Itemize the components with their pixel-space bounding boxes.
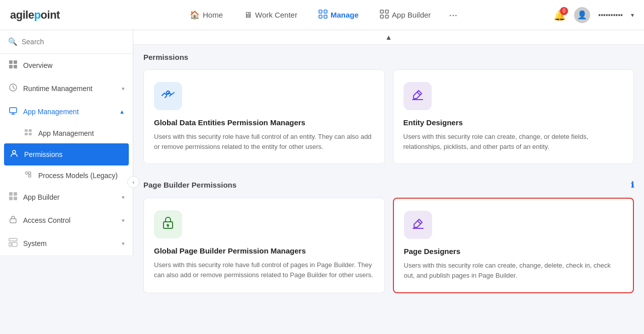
- card-global-page-desc: Users with this security role have full …: [154, 260, 374, 280]
- svg-rect-0: [319, 10, 322, 13]
- sidebar-search: 🔍: [0, 30, 133, 54]
- appmanagement-chevron-icon: ▲: [119, 109, 125, 115]
- nav-workcenter-label: Work Center: [255, 11, 297, 19]
- nav-links: 🏠 Home 🖥 Work Center Manage: [187, 8, 457, 23]
- nav-appbuilder[interactable]: App Builder: [377, 8, 434, 23]
- permissions-icon: [9, 149, 19, 159]
- page-builder-section-title: Page Builder Permissions ℹ: [143, 180, 634, 190]
- svg-point-20: [29, 175, 31, 178]
- sidebar-item-appbuilder[interactable]: App Builder ▾: [0, 186, 133, 209]
- svg-rect-15: [29, 129, 32, 132]
- svg-text:0: 0: [167, 223, 169, 227]
- card-entity-designers-icon-wrap: [404, 82, 432, 110]
- permissions-section-title: Permissions: [143, 53, 634, 61]
- system-icon: [8, 238, 18, 249]
- collapse-arrow-bar: ▲: [133, 30, 644, 45]
- handshake-icon: [160, 87, 176, 106]
- sidebar-item-appmanagement-parent[interactable]: App Management ▲: [0, 100, 133, 123]
- card-global-page-icon-wrap: 0: [154, 210, 182, 238]
- card-page-designers-desc: Users with this security role can create…: [404, 261, 623, 280]
- appmanagement-icon: [8, 106, 18, 117]
- card-global-page-builder[interactable]: 0 Global Page Builder Permission Manager…: [143, 198, 385, 293]
- svg-rect-16: [25, 133, 28, 135]
- appbuilder-icon: [380, 10, 389, 21]
- nav-home[interactable]: 🏠 Home: [187, 8, 226, 22]
- nav-home-label: Home: [203, 11, 223, 19]
- permissions-title-text: Permissions: [143, 53, 188, 61]
- sidebar-item-accesscontrol[interactable]: Access Control ▾: [0, 209, 133, 232]
- info-icon[interactable]: ℹ: [631, 180, 634, 190]
- svg-point-19: [26, 172, 28, 175]
- card-global-data-title: Global Data Entities Permission Managers: [154, 118, 374, 127]
- user-name: ••••••••••: [598, 11, 623, 19]
- sidebar-item-appbuilder-label: App Builder: [23, 193, 117, 201]
- page-builder-section: Page Builder Permissions ℹ 0: [133, 172, 644, 297]
- svg-rect-17: [29, 133, 32, 135]
- permissions-section: Permissions Global Data Entit: [133, 45, 644, 168]
- card-global-page-title: Global Page Builder Permission Managers: [154, 246, 374, 255]
- svg-rect-3: [324, 15, 327, 18]
- main-content: ▲ Permissions: [133, 30, 644, 334]
- nav-appbuilder-label: App Builder: [392, 11, 431, 19]
- sidebar-item-runtime[interactable]: Runtime Management ▾: [0, 77, 133, 100]
- sidebar-subitem-appmanagement[interactable]: App Management: [0, 123, 133, 143]
- collapse-arrow-button[interactable]: ▲: [385, 33, 392, 41]
- svg-rect-11: [14, 65, 17, 68]
- nav-more[interactable]: ···: [449, 9, 457, 21]
- svg-point-21: [29, 172, 31, 175]
- accesscontrol-chevron-icon: ▾: [122, 217, 125, 224]
- sidebar-item-system[interactable]: System ▾: [0, 232, 133, 255]
- permissions-cards-grid: Global Data Entities Permission Managers…: [143, 69, 634, 164]
- pencil-shield-icon: [410, 87, 426, 106]
- card-page-designers[interactable]: Page Designers Users with this security …: [393, 198, 634, 293]
- logo-text: agilepoint: [10, 9, 60, 22]
- card-entity-designers-desc: Users with this security role can create…: [404, 132, 624, 151]
- sidebar-item-overview[interactable]: Overview: [0, 54, 133, 77]
- svg-rect-22: [9, 192, 13, 196]
- card-global-data-entities[interactable]: Global Data Entities Permission Managers…: [143, 69, 385, 164]
- user-avatar[interactable]: 👤: [574, 7, 590, 23]
- svg-rect-23: [14, 192, 17, 196]
- page-builder-title-text: Page Builder Permissions: [143, 181, 236, 189]
- appbuilder-sidebar-icon: [8, 192, 18, 203]
- svg-rect-25: [14, 197, 17, 200]
- card-page-designers-title: Page Designers: [404, 247, 623, 256]
- svg-rect-9: [14, 60, 17, 64]
- top-nav: agilepoint 🏠 Home 🖥 Work Center Manage: [0, 0, 644, 30]
- card-entity-designers[interactable]: Entity Designers Users with this securit…: [393, 69, 634, 164]
- svg-point-18: [13, 150, 16, 153]
- sidebar-item-runtime-label: Runtime Management: [23, 85, 117, 93]
- layout: 🔍 Overview: [0, 30, 644, 334]
- nav-workcenter[interactable]: 🖥 Work Center: [241, 9, 300, 22]
- nav-manage[interactable]: Manage: [315, 8, 362, 23]
- user-chevron-icon[interactable]: ▾: [631, 12, 634, 19]
- svg-rect-24: [9, 197, 13, 200]
- logo: agilepoint: [10, 9, 60, 22]
- svg-rect-13: [10, 108, 17, 113]
- svg-rect-28: [9, 242, 11, 246]
- search-input[interactable]: [22, 38, 125, 46]
- search-icon: 🔍: [8, 37, 18, 46]
- logo-text-oint: oint: [41, 9, 60, 21]
- runtime-chevron-icon: ▾: [122, 86, 125, 92]
- collapse-left-icon: ‹: [132, 179, 134, 185]
- card-entity-designers-title: Entity Designers: [404, 118, 624, 127]
- avatar-icon: 👤: [577, 10, 587, 20]
- logo-text-agile: agile: [10, 9, 34, 21]
- sidebar-item-accesscontrol-label: Access Control: [23, 216, 117, 224]
- runtime-icon: [8, 83, 18, 94]
- svg-rect-8: [9, 60, 13, 64]
- svg-rect-7: [385, 15, 388, 18]
- svg-rect-29: [12, 242, 17, 246]
- page-builder-cards-grid: 0 Global Page Builder Permission Manager…: [143, 198, 634, 293]
- sidebar-subitem-process[interactable]: Process Models (Legacy): [0, 165, 133, 186]
- svg-rect-27: [9, 238, 17, 241]
- sidebar-collapse-button[interactable]: ‹: [127, 176, 139, 188]
- sidebar-item-overview-label: Overview: [23, 61, 125, 69]
- card-page-designers-icon-wrap: [404, 211, 432, 239]
- svg-rect-2: [319, 15, 322, 18]
- sidebar-item-permissions[interactable]: Permissions: [4, 143, 129, 165]
- sidebar-item-appmanagement-label: App Management: [23, 108, 114, 116]
- notification-button[interactable]: 🔔 0: [553, 9, 566, 21]
- svg-rect-1: [324, 10, 327, 13]
